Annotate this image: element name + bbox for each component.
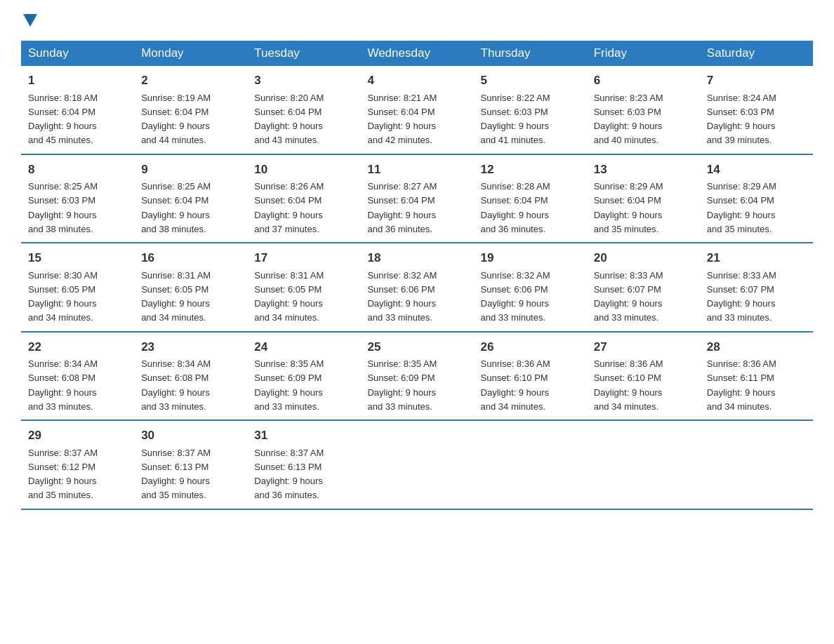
day-info: Sunrise: 8:36 AMSunset: 6:10 PMDaylight:…	[594, 358, 663, 412]
column-header-wednesday: Wednesday	[360, 41, 473, 66]
day-number: 2	[141, 72, 240, 90]
day-number: 17	[254, 249, 353, 267]
day-info: Sunrise: 8:36 AMSunset: 6:11 PMDaylight:…	[707, 358, 776, 412]
calendar-cell: 7Sunrise: 8:24 AMSunset: 6:03 PMDaylight…	[700, 66, 813, 154]
day-info: Sunrise: 8:25 AMSunset: 6:03 PMDaylight:…	[28, 181, 98, 234]
calendar-week-row: 1Sunrise: 8:18 AMSunset: 6:04 PMDaylight…	[21, 66, 813, 154]
day-number: 19	[481, 249, 580, 267]
day-info: Sunrise: 8:33 AMSunset: 6:07 PMDaylight:…	[594, 270, 663, 323]
column-header-saturday: Saturday	[700, 41, 813, 66]
calendar-cell: 9Sunrise: 8:25 AMSunset: 6:04 PMDaylight…	[134, 154, 247, 243]
calendar-cell: 23Sunrise: 8:34 AMSunset: 6:08 PMDayligh…	[134, 332, 247, 421]
day-info: Sunrise: 8:18 AMSunset: 6:04 PMDaylight:…	[28, 93, 98, 146]
day-info: Sunrise: 8:28 AMSunset: 6:04 PMDaylight:…	[481, 181, 550, 234]
day-number: 23	[141, 338, 240, 356]
day-number: 10	[254, 161, 353, 179]
day-info: Sunrise: 8:21 AMSunset: 6:04 PMDaylight:…	[367, 93, 437, 146]
day-info: Sunrise: 8:35 AMSunset: 6:09 PMDaylight:…	[367, 358, 437, 412]
day-number: 5	[481, 72, 580, 90]
day-number: 20	[594, 249, 693, 267]
day-number: 15	[28, 249, 127, 267]
calendar-cell: 4Sunrise: 8:21 AMSunset: 6:04 PMDaylight…	[360, 66, 473, 154]
day-info: Sunrise: 8:31 AMSunset: 6:05 PMDaylight:…	[254, 270, 324, 323]
calendar-cell: 8Sunrise: 8:25 AMSunset: 6:03 PMDaylight…	[21, 154, 134, 243]
day-number: 6	[594, 72, 693, 90]
day-info: Sunrise: 8:20 AMSunset: 6:04 PMDaylight:…	[254, 93, 324, 146]
calendar-cell	[360, 420, 473, 509]
calendar-week-row: 22Sunrise: 8:34 AMSunset: 6:08 PMDayligh…	[21, 332, 813, 421]
day-number: 1	[28, 72, 127, 90]
calendar-cell: 6Sunrise: 8:23 AMSunset: 6:03 PMDaylight…	[587, 66, 700, 154]
calendar-table: SundayMondayTuesdayWednesdayThursdayFrid…	[21, 41, 813, 510]
calendar-cell: 5Sunrise: 8:22 AMSunset: 6:03 PMDaylight…	[474, 66, 587, 154]
day-info: Sunrise: 8:22 AMSunset: 6:03 PMDaylight:…	[481, 93, 550, 146]
calendar-cell: 30Sunrise: 8:37 AMSunset: 6:13 PMDayligh…	[134, 420, 247, 509]
day-number: 3	[254, 72, 353, 90]
day-info: Sunrise: 8:26 AMSunset: 6:04 PMDaylight:…	[254, 181, 324, 234]
calendar-cell: 3Sunrise: 8:20 AMSunset: 6:04 PMDaylight…	[247, 66, 360, 154]
calendar-cell: 20Sunrise: 8:33 AMSunset: 6:07 PMDayligh…	[587, 243, 700, 332]
calendar-week-row: 15Sunrise: 8:30 AMSunset: 6:05 PMDayligh…	[21, 243, 813, 332]
day-number: 26	[481, 338, 580, 356]
calendar-cell: 16Sunrise: 8:31 AMSunset: 6:05 PMDayligh…	[134, 243, 247, 332]
day-number: 27	[594, 338, 693, 356]
day-number: 30	[141, 427, 240, 445]
day-info: Sunrise: 8:24 AMSunset: 6:03 PMDaylight:…	[707, 93, 776, 146]
column-header-thursday: Thursday	[474, 41, 587, 66]
day-info: Sunrise: 8:34 AMSunset: 6:08 PMDaylight:…	[28, 358, 98, 412]
day-info: Sunrise: 8:29 AMSunset: 6:04 PMDaylight:…	[594, 181, 663, 234]
calendar-cell	[587, 420, 700, 509]
column-header-friday: Friday	[587, 41, 700, 66]
column-header-tuesday: Tuesday	[247, 41, 360, 66]
calendar-cell: 28Sunrise: 8:36 AMSunset: 6:11 PMDayligh…	[700, 332, 813, 421]
calendar-week-row: 29Sunrise: 8:37 AMSunset: 6:12 PMDayligh…	[21, 420, 813, 509]
day-info: Sunrise: 8:23 AMSunset: 6:03 PMDaylight:…	[594, 93, 663, 146]
day-number: 31	[254, 427, 353, 445]
day-info: Sunrise: 8:37 AMSunset: 6:13 PMDaylight:…	[141, 448, 211, 501]
day-info: Sunrise: 8:30 AMSunset: 6:05 PMDaylight:…	[28, 270, 98, 323]
calendar-cell: 14Sunrise: 8:29 AMSunset: 6:04 PMDayligh…	[700, 154, 813, 243]
day-number: 24	[254, 338, 353, 356]
day-number: 11	[367, 161, 466, 179]
calendar-cell: 17Sunrise: 8:31 AMSunset: 6:05 PMDayligh…	[247, 243, 360, 332]
calendar-cell	[700, 420, 813, 509]
calendar-cell: 31Sunrise: 8:37 AMSunset: 6:13 PMDayligh…	[247, 420, 360, 509]
day-info: Sunrise: 8:37 AMSunset: 6:13 PMDaylight:…	[254, 448, 324, 501]
calendar-cell: 13Sunrise: 8:29 AMSunset: 6:04 PMDayligh…	[587, 154, 700, 243]
day-info: Sunrise: 8:34 AMSunset: 6:08 PMDaylight:…	[141, 358, 211, 412]
logo	[21, 14, 37, 28]
calendar-cell: 25Sunrise: 8:35 AMSunset: 6:09 PMDayligh…	[360, 332, 473, 421]
calendar-cell: 15Sunrise: 8:30 AMSunset: 6:05 PMDayligh…	[21, 243, 134, 332]
day-number: 13	[594, 161, 693, 179]
column-header-monday: Monday	[134, 41, 247, 66]
day-number: 22	[28, 338, 127, 356]
day-info: Sunrise: 8:32 AMSunset: 6:06 PMDaylight:…	[367, 270, 437, 323]
day-number: 28	[707, 338, 806, 356]
day-info: Sunrise: 8:19 AMSunset: 6:04 PMDaylight:…	[141, 93, 211, 146]
logo-arrow-icon	[23, 14, 37, 27]
day-number: 7	[707, 72, 806, 90]
calendar-cell: 19Sunrise: 8:32 AMSunset: 6:06 PMDayligh…	[474, 243, 587, 332]
day-number: 18	[367, 249, 466, 267]
day-info: Sunrise: 8:25 AMSunset: 6:04 PMDaylight:…	[141, 181, 211, 234]
day-info: Sunrise: 8:33 AMSunset: 6:07 PMDaylight:…	[707, 270, 776, 323]
column-header-sunday: Sunday	[21, 41, 134, 66]
calendar-cell: 27Sunrise: 8:36 AMSunset: 6:10 PMDayligh…	[587, 332, 700, 421]
page-header	[21, 14, 813, 28]
day-number: 14	[707, 161, 806, 179]
day-number: 4	[367, 72, 466, 90]
calendar-week-row: 8Sunrise: 8:25 AMSunset: 6:03 PMDaylight…	[21, 154, 813, 243]
calendar-cell: 26Sunrise: 8:36 AMSunset: 6:10 PMDayligh…	[474, 332, 587, 421]
day-info: Sunrise: 8:29 AMSunset: 6:04 PMDaylight:…	[707, 181, 776, 234]
day-number: 21	[707, 249, 806, 267]
day-info: Sunrise: 8:35 AMSunset: 6:09 PMDaylight:…	[254, 358, 324, 412]
calendar-header-row: SundayMondayTuesdayWednesdayThursdayFrid…	[21, 41, 813, 66]
calendar-cell: 29Sunrise: 8:37 AMSunset: 6:12 PMDayligh…	[21, 420, 134, 509]
calendar-cell: 11Sunrise: 8:27 AMSunset: 6:04 PMDayligh…	[360, 154, 473, 243]
day-number: 25	[367, 338, 466, 356]
calendar-cell: 18Sunrise: 8:32 AMSunset: 6:06 PMDayligh…	[360, 243, 473, 332]
calendar-cell: 12Sunrise: 8:28 AMSunset: 6:04 PMDayligh…	[474, 154, 587, 243]
calendar-cell: 21Sunrise: 8:33 AMSunset: 6:07 PMDayligh…	[700, 243, 813, 332]
day-info: Sunrise: 8:36 AMSunset: 6:10 PMDaylight:…	[481, 358, 550, 412]
calendar-cell: 24Sunrise: 8:35 AMSunset: 6:09 PMDayligh…	[247, 332, 360, 421]
